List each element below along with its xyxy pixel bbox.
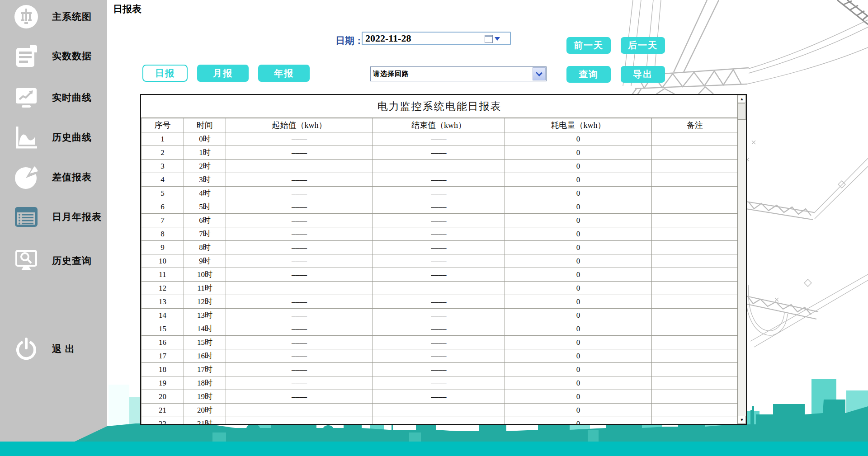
tab-daily-report[interactable]: 日报 (142, 65, 188, 82)
cell-index: 19 (142, 376, 184, 390)
sidebar-item-label: 实时曲线 (52, 91, 92, 104)
scrollbar-thumb[interactable] (738, 103, 746, 120)
cell-index: 7 (142, 214, 184, 227)
cell-end-value: –––– (373, 241, 505, 254)
export-button[interactable]: 导出 (621, 66, 665, 83)
circuit-select-value: 请选择回路 (371, 70, 532, 78)
cell-time: 21时 (184, 417, 226, 424)
cell-remark (652, 295, 738, 309)
sidebar-item-day-month-year-report[interactable]: 日月年报表 (0, 201, 107, 233)
table-row: 1716时––––––––0 (142, 349, 738, 363)
sidebar-item-label: 实数数据 (52, 50, 92, 62)
sidebar-item-label: 主系统图 (52, 10, 92, 23)
cell-start-value: –––– (226, 390, 373, 404)
cell-start-value: –––– (226, 376, 373, 390)
sidebar-item-diff-report[interactable]: 差值报表 (0, 161, 107, 193)
report-scroll-area: 电力监控系统电能日报表 序号 时间 起始值（kwh） 结束值（kwh） 耗电量（… (141, 95, 738, 424)
table-row: 21时––––––––0 (142, 146, 738, 160)
cell-remark (652, 322, 738, 336)
sidebar-item-history-curve[interactable]: 历史曲线 (0, 121, 107, 154)
cell-time: 18时 (184, 376, 226, 390)
date-picker-opener[interactable] (485, 35, 507, 43)
cell-index: 13 (142, 295, 184, 309)
cell-start-value: –––– (226, 173, 373, 187)
cell-start-value: –––– (226, 417, 373, 424)
cell-usage: 0 (505, 254, 652, 268)
cell-end-value: –––– (373, 214, 505, 227)
sidebar-item-history-query[interactable]: 历史查询 (0, 244, 107, 277)
cell-end-value: –––– (373, 132, 505, 146)
table-row: 54时––––––––0 (142, 187, 738, 200)
cell-usage: 0 (505, 417, 652, 424)
cell-remark (652, 390, 738, 404)
pie-chart-icon (14, 165, 39, 190)
cell-remark (652, 146, 738, 160)
cell-usage: 0 (505, 227, 652, 241)
table-row: 65时––––––––0 (142, 200, 738, 214)
report-tbody: 10时––––––––021时––––––––032时––––––––043时–… (142, 132, 738, 424)
cell-remark (652, 309, 738, 322)
power-off-icon (14, 336, 39, 362)
cell-usage: 0 (505, 363, 652, 376)
cell-start-value: –––– (226, 404, 373, 417)
cell-usage: 0 (505, 390, 652, 404)
prev-day-button[interactable]: 前一天 (566, 37, 611, 54)
cell-time: 19时 (184, 390, 226, 404)
cell-end-value: –––– (373, 336, 505, 349)
sidebar-item-real-data[interactable]: 实数数据 (0, 40, 107, 72)
cell-start-value: –––– (226, 214, 373, 227)
cell-remark (652, 241, 738, 254)
next-day-button[interactable]: 后一天 (621, 37, 665, 54)
scroll-up-button[interactable]: ▲ (738, 95, 746, 103)
table-row: 2019时––––––––0 (142, 390, 738, 404)
document-icon (14, 43, 39, 69)
cell-usage: 0 (505, 241, 652, 254)
table-row: 1918时––––––––0 (142, 376, 738, 390)
scroll-down-button[interactable]: ▼ (738, 416, 746, 424)
cell-start-value: –––– (226, 146, 373, 160)
sidebar-item-exit[interactable]: 退 出 (0, 333, 107, 365)
vertical-scrollbar[interactable]: ▲ ▼ (737, 95, 746, 424)
cell-usage: 0 (505, 200, 652, 214)
cell-end-value: –––– (373, 187, 505, 200)
cell-index: 4 (142, 173, 184, 187)
cell-usage: 0 (505, 376, 652, 390)
chevron-down-icon (536, 70, 542, 76)
select-arrow-button[interactable] (533, 67, 546, 80)
cell-index: 3 (142, 160, 184, 173)
cell-usage: 0 (505, 214, 652, 227)
cell-end-value: –––– (373, 268, 505, 282)
cell-time: 17时 (184, 363, 226, 376)
sidebar-item-main-diagram[interactable]: 主系统图 (0, 0, 107, 33)
table-row: 1817时––––––––0 (142, 363, 738, 376)
tab-monthly-report[interactable]: 月报 (197, 65, 249, 82)
cell-index: 18 (142, 363, 184, 376)
main-content: 日报表 日期： 前一天 后一天 日报 月报 年报 请选择回路 查询 导出 电力监… (0, 0, 868, 456)
cell-index: 5 (142, 187, 184, 200)
cell-index: 2 (142, 146, 184, 160)
cell-remark (652, 227, 738, 241)
cell-start-value: –––– (226, 132, 373, 146)
cell-index: 20 (142, 390, 184, 404)
query-button[interactable]: 查询 (566, 66, 611, 83)
cell-usage: 0 (505, 132, 652, 146)
cell-start-value: –––– (226, 349, 373, 363)
cell-end-value: –––– (373, 390, 505, 404)
circuit-select[interactable]: 请选择回路 (370, 66, 547, 81)
cell-index: 8 (142, 227, 184, 241)
cell-end-value: –––– (373, 227, 505, 241)
sidebar-item-label: 退 出 (52, 343, 75, 355)
cell-start-value: –––– (226, 254, 373, 268)
cell-remark (652, 254, 738, 268)
col-header-index: 序号 (142, 118, 184, 132)
col-header-end: 结束值（kwh） (373, 118, 505, 132)
cell-time: 1时 (184, 146, 226, 160)
cell-start-value: –––– (226, 295, 373, 309)
sidebar-item-realtime-curve[interactable]: 实时曲线 (0, 81, 107, 114)
report-thead: 序号 时间 起始值（kwh） 结束值（kwh） 耗电量（kwh） 备注 (142, 118, 738, 132)
report-title: 电力监控系统电能日报表 (141, 95, 738, 118)
tab-yearly-report[interactable]: 年报 (258, 65, 310, 82)
cell-index: 21 (142, 404, 184, 417)
cell-remark (652, 376, 738, 390)
cell-time: 14时 (184, 322, 226, 336)
